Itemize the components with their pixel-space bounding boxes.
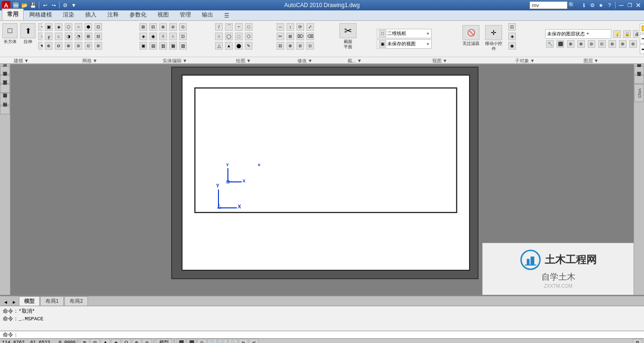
- tab-home[interactable]: 常用: [2, 9, 24, 20]
- draw-btn-12[interactable]: ✎: [244, 41, 253, 50]
- layer-action-4[interactable]: ⊗: [576, 40, 586, 49]
- se-btn-15[interactable]: ▧: [178, 41, 188, 50]
- viewport-dropdown[interactable]: ▣ 未保存的视图 ▼: [377, 39, 432, 49]
- tab-nav-left[interactable]: ◄: [2, 298, 9, 306]
- draw-btn-7[interactable]: ◌: [234, 32, 244, 41]
- draw-btn-9[interactable]: △: [214, 41, 224, 50]
- draw-btn-11[interactable]: ⬤: [234, 41, 244, 50]
- mesh-btn-10[interactable]: ◔: [74, 32, 83, 41]
- se-btn-2[interactable]: ⊟: [148, 22, 158, 31]
- mod-btn-4[interactable]: ⤢: [305, 22, 315, 31]
- layer-state-dropdown[interactable]: 未保存的图层状态 ▼: [545, 29, 611, 39]
- draw-btn-6[interactable]: ◯: [224, 32, 234, 41]
- mesh-btn-7[interactable]: ╔: [44, 32, 53, 41]
- mesh-btn-4[interactable]: ○: [74, 22, 83, 31]
- mesh-btn-8[interactable]: ⌂: [54, 32, 63, 41]
- draw-btn-5[interactable]: ○: [214, 32, 224, 41]
- status-settings-btn[interactable]: ⚙: [633, 339, 642, 343]
- extrude-button[interactable]: ⬆ 拉伸: [19, 22, 36, 52]
- mesh-btn-14[interactable]: ⊖: [54, 41, 63, 50]
- ortho-btn[interactable]: ✦: [101, 339, 110, 343]
- mesh-btn-6[interactable]: ⊡: [94, 22, 103, 31]
- tab-model[interactable]: 模型: [19, 296, 40, 306]
- star-btn[interactable]: ★: [597, 1, 605, 9]
- visual-style-dropdown[interactable]: □ 二维线框 ▼: [377, 29, 432, 38]
- se-btn-13[interactable]: ▥: [158, 41, 168, 50]
- draw-btn-2[interactable]: ⌒: [224, 22, 234, 31]
- options-btn[interactable]: ⚙: [589, 1, 596, 9]
- se-btn-5[interactable]: ⊙: [178, 22, 188, 31]
- se-btn-14[interactable]: ▦: [168, 41, 178, 50]
- tab-view[interactable]: 视图: [152, 9, 174, 20]
- group-modify-label[interactable]: 修改▼: [274, 57, 336, 64]
- osnap-btn[interactable]: ☊: [122, 339, 131, 343]
- mesh-btn-13[interactable]: ⊕: [44, 41, 53, 50]
- mesh-btn-2[interactable]: ◈: [54, 22, 63, 31]
- close-btn[interactable]: ✕: [635, 1, 642, 9]
- subobj-btn-3[interactable]: ◉: [507, 41, 517, 50]
- draw-btn-8[interactable]: ⬡: [244, 32, 253, 41]
- mesh-btn-18[interactable]: ⊚: [94, 41, 103, 50]
- subobj-btn-2[interactable]: ◈: [507, 32, 517, 41]
- help-btn[interactable]: ?: [606, 1, 613, 9]
- tab-manage[interactable]: 管理: [174, 9, 196, 20]
- tab-annotate[interactable]: 注释: [102, 9, 124, 20]
- draw-btn-4[interactable]: □: [244, 22, 253, 31]
- mesh-btn-1[interactable]: ▣: [44, 22, 53, 31]
- group-draw-label[interactable]: 绘图▼: [213, 57, 274, 64]
- se-btn-12[interactable]: ▤: [148, 41, 158, 50]
- dropdown-btn[interactable]: ▼: [70, 1, 78, 9]
- layer-icon-1[interactable]: 💡: [612, 29, 622, 38]
- tab-output[interactable]: 输出: [197, 9, 218, 20]
- mod-btn-3[interactable]: ⟳: [296, 22, 305, 31]
- polar-btn[interactable]: ◈: [111, 339, 121, 343]
- group-solid-edit-label[interactable]: 实体编辑▼: [137, 57, 213, 64]
- open-btn[interactable]: 📂: [21, 1, 28, 9]
- status-icon-2[interactable]: ⬛: [187, 339, 196, 343]
- tab-layout2[interactable]: 布局2: [64, 296, 88, 306]
- grid-btn[interactable]: ⊞: [80, 339, 89, 343]
- se-btn-1[interactable]: ⊞: [139, 22, 148, 31]
- restore-btn[interactable]: ❐: [626, 1, 634, 9]
- info-btn[interactable]: ℹ: [580, 1, 588, 9]
- sidebar-materials[interactable]: 材质: [0, 66, 10, 75]
- sidebar-sheet-set[interactable]: 图纸集管理器: [634, 66, 644, 75]
- layer-action-9[interactable]: ⊜: [628, 40, 638, 49]
- layer-action-6[interactable]: ⊙: [597, 40, 607, 49]
- mod-btn-8[interactable]: ⌫: [305, 32, 315, 41]
- layer-icon-2[interactable]: 🔒: [622, 29, 632, 38]
- mod-btn-5[interactable]: ✂: [276, 32, 285, 41]
- mesh-btn-3[interactable]: ⬡: [64, 22, 73, 31]
- status-icon-1[interactable]: ⬛: [176, 339, 186, 343]
- mod-btn-2[interactable]: ↕: [286, 22, 295, 31]
- lineweight-dropdown[interactable]: ByLayer ▼: [640, 44, 644, 54]
- sidebar-render-settings[interactable]: 高级渲染设置: [0, 84, 10, 93]
- search-input[interactable]: [530, 1, 567, 9]
- se-btn-7[interactable]: ◉: [148, 32, 158, 41]
- workspace-btn[interactable]: ⚙: [61, 1, 69, 9]
- layer-action-5[interactable]: ⊘: [587, 40, 596, 49]
- se-btn-3[interactable]: ⊗: [158, 22, 168, 31]
- tab-extra[interactable]: ☰: [219, 10, 235, 20]
- mod-btn-7[interactable]: ⌦: [296, 32, 305, 41]
- se-btn-4[interactable]: ⊘: [168, 22, 178, 31]
- dynin-btn[interactable]: ⊖: [142, 339, 152, 343]
- canvas-area[interactable]: Y X △ Y X: [10, 64, 634, 295]
- smooth-btn[interactable]: ~ 平滑: [37, 22, 43, 31]
- mesh-btn-5[interactable]: ⬢: [84, 22, 93, 31]
- layer-action-2[interactable]: ⬛: [556, 40, 565, 49]
- mesh-btn-12[interactable]: ⊟: [94, 32, 103, 41]
- mesh-btn-17[interactable]: ⊙: [84, 41, 93, 50]
- color-dropdown[interactable]: ByLayer ▼: [640, 24, 644, 33]
- mod-btn-1[interactable]: ↔: [276, 22, 285, 31]
- group-mesh-label[interactable]: 网格▼: [43, 57, 137, 64]
- tab-parametric[interactable]: 参数化: [124, 9, 152, 20]
- mesh-btn-15[interactable]: ⊗: [64, 41, 73, 50]
- tab-mesh[interactable]: 网格建模: [24, 9, 57, 20]
- mod-btn-11[interactable]: ⊘: [296, 41, 305, 50]
- mesh-btn-11[interactable]: ⊞: [84, 32, 93, 41]
- draw-btn-1[interactable]: /: [214, 22, 224, 31]
- no-filter-btn[interactable]: 🚫 无过滤器: [460, 24, 482, 54]
- box-button[interactable]: □ 长方体: [1, 22, 18, 52]
- layer-action-3[interactable]: ⊕: [566, 40, 575, 49]
